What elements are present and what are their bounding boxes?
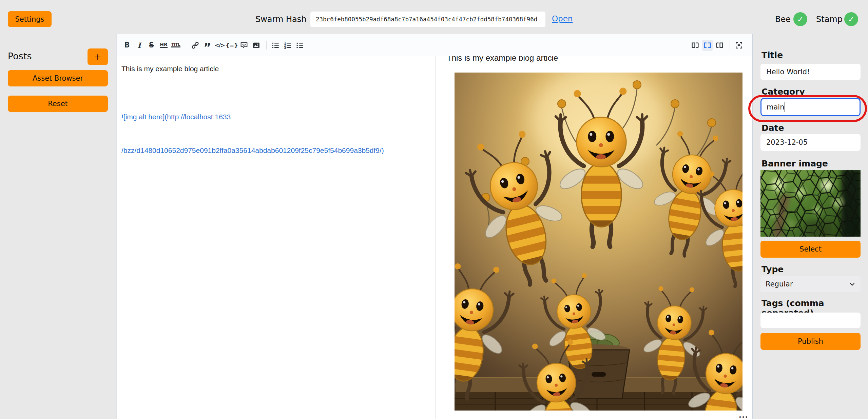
- text-cursor: [785, 102, 785, 112]
- editor-textarea[interactable]: This is my example blog article ![img al…: [117, 56, 435, 419]
- stamp-check-icon: ✓: [844, 12, 858, 26]
- open-link[interactable]: Open: [552, 14, 573, 23]
- swarm-hash-input[interactable]: [310, 12, 545, 27]
- settings-button[interactable]: Settings: [8, 11, 52, 27]
- toolbar-view-controls: [690, 40, 748, 51]
- italic-icon[interactable]: I: [134, 40, 145, 51]
- add-post-button[interactable]: +: [88, 48, 108, 65]
- code-block-icon[interactable]: {=}: [226, 40, 237, 51]
- banner-select-button[interactable]: Select: [760, 241, 861, 258]
- title-input[interactable]: [760, 64, 861, 80]
- publish-button[interactable]: Publish: [760, 333, 861, 350]
- split-view-icon[interactable]: [702, 40, 713, 51]
- category-value: main: [767, 103, 784, 111]
- title-label: Title: [761, 50, 783, 60]
- heading-glyph: TITL: [171, 43, 180, 48]
- date-label: Date: [761, 123, 784, 133]
- horizontal-rule-icon[interactable]: HR: [158, 40, 169, 51]
- preview-article-title: This is my example blog article: [447, 56, 752, 63]
- app-window: Settings Swarm Hash Open Bee ✓ Stamp ✓ P…: [0, 0, 868, 419]
- editor-markdown-image-link: ![img alt here](http://localhost:1633 /b…: [121, 89, 384, 178]
- bee-check-icon: ✓: [793, 12, 807, 26]
- type-selected-value: Regular: [766, 280, 793, 288]
- type-select[interactable]: Regular: [760, 276, 861, 292]
- banner-image-thumbnail[interactable]: [760, 170, 861, 237]
- image-icon[interactable]: [251, 40, 262, 51]
- quote-icon[interactable]: ”: [202, 37, 213, 53]
- banner-image-label: Banner image: [761, 159, 828, 168]
- hr-glyph: HR: [160, 42, 168, 48]
- markdown-link-line1: ![img alt here](http://localhost:1633: [121, 111, 384, 122]
- banner-illustration: [760, 170, 861, 237]
- posts-heading: Posts: [8, 51, 32, 61]
- date-input[interactable]: [760, 134, 861, 151]
- stamp-status-label: Stamp: [816, 15, 843, 24]
- unordered-list-icon[interactable]: [270, 40, 281, 51]
- task-list-icon[interactable]: [294, 40, 306, 51]
- preview-overflow-indicator: ...: [739, 412, 748, 419]
- preview-only-view-icon[interactable]: [714, 40, 725, 51]
- editor-toolbar: B I S HR TITL ” </> {=}: [117, 34, 752, 56]
- svg-text:3: 3: [284, 46, 286, 49]
- preview-pane: This is my example blog article: [436, 56, 752, 419]
- strikethrough-icon[interactable]: S: [146, 40, 157, 51]
- editor-only-view-icon[interactable]: [690, 40, 701, 51]
- tags-input[interactable]: [760, 313, 861, 328]
- heading-icon[interactable]: TITL: [170, 40, 181, 51]
- toolbar-separator: [186, 41, 186, 49]
- swarm-hash-label: Swarm Hash: [255, 15, 307, 24]
- chevron-down-icon: [849, 281, 855, 287]
- category-label: Category: [761, 87, 805, 97]
- toolbar-separator: [266, 41, 267, 49]
- inline-code-icon[interactable]: </>: [214, 40, 225, 51]
- bees-illustration: [455, 73, 742, 411]
- markdown-editor: B I S HR TITL ” </> {=}: [116, 34, 753, 419]
- bold-icon[interactable]: B: [121, 40, 133, 51]
- reset-button[interactable]: Reset: [8, 96, 108, 112]
- bee-status-label: Bee: [775, 15, 791, 24]
- link-icon[interactable]: [190, 40, 201, 51]
- ordered-list-icon[interactable]: 1 2 3: [282, 40, 293, 51]
- toolbar-separator: [730, 41, 730, 49]
- comment-icon[interactable]: [238, 40, 250, 51]
- fullscreen-icon[interactable]: [733, 40, 745, 51]
- type-label: Type: [761, 264, 784, 274]
- editor-text-line: This is my example blog article: [121, 65, 219, 73]
- markdown-link-line2: /bzz/d1480d10652d975e091b2ffa0a35614abda…: [121, 145, 384, 156]
- category-input[interactable]: main: [760, 98, 861, 116]
- asset-browser-button[interactable]: Asset Browser: [8, 70, 108, 86]
- preview-article-image: [455, 73, 742, 411]
